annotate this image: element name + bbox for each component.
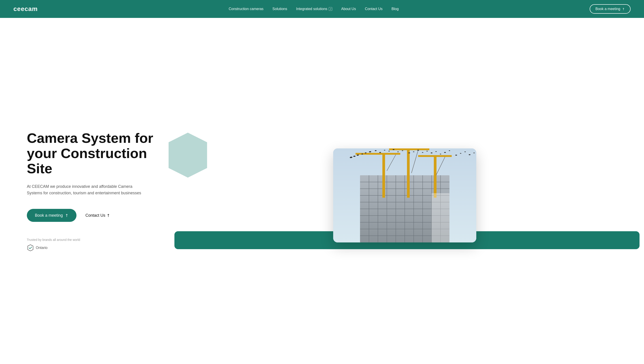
svg-point-41 bbox=[388, 151, 390, 151]
hero-section: Camera System for your Construction Site… bbox=[0, 18, 644, 364]
svg-marker-0 bbox=[28, 245, 33, 251]
nav-book-meeting-button[interactable]: Book a meeting ↗ bbox=[590, 4, 630, 14]
svg-rect-23 bbox=[382, 153, 385, 198]
hero-actions: Book a meeting ↗ Contact Us ↗ bbox=[27, 209, 161, 222]
hexagon-decoration bbox=[166, 130, 210, 180]
svg-rect-30 bbox=[418, 155, 452, 157]
trusted-label: Trusted by brands all around the world bbox=[27, 238, 161, 242]
svg-point-42 bbox=[393, 149, 394, 150]
svg-point-51 bbox=[435, 151, 437, 152]
svg-point-46 bbox=[413, 151, 414, 152]
arrow-icon-contact: ↗ bbox=[106, 213, 111, 218]
svg-point-58 bbox=[469, 154, 470, 155]
svg-rect-26 bbox=[407, 148, 410, 198]
nav-integrated-solutions[interactable]: Integrated solutions ↗ bbox=[296, 7, 332, 11]
nav-contact-us[interactable]: Contact Us bbox=[365, 7, 382, 11]
arrow-icon: ↗ bbox=[621, 7, 626, 11]
svg-point-53 bbox=[444, 152, 446, 153]
arrow-icon: ↗ bbox=[64, 213, 70, 218]
nav-blog[interactable]: Blog bbox=[392, 7, 399, 11]
nav-construction-cameras[interactable]: Construction cameras bbox=[229, 7, 264, 11]
svg-point-43 bbox=[397, 151, 399, 152]
svg-point-54 bbox=[449, 150, 450, 151]
svg-rect-60 bbox=[432, 193, 450, 242]
hero-content: Camera System for your Construction Site… bbox=[27, 130, 161, 251]
logo[interactable]: ceecam bbox=[14, 5, 38, 13]
nav-links: Construction cameras Solutions Integrate… bbox=[229, 7, 399, 11]
hero-book-meeting-button[interactable]: Book a meeting ↗ bbox=[27, 209, 76, 222]
trusted-section: Trusted by brands all around the world O… bbox=[27, 238, 161, 251]
svg-point-40 bbox=[384, 150, 385, 151]
construction-site-image bbox=[333, 148, 476, 242]
ontario-logo: Ontario bbox=[27, 244, 161, 251]
svg-point-48 bbox=[422, 152, 423, 153]
svg-rect-29 bbox=[434, 155, 436, 198]
svg-point-59 bbox=[474, 153, 475, 153]
svg-point-44 bbox=[402, 150, 403, 151]
svg-marker-1 bbox=[168, 133, 207, 178]
navbar: ceecam Construction cameras Solutions In… bbox=[0, 0, 644, 18]
svg-point-55 bbox=[455, 155, 457, 155]
nav-solutions[interactable]: Solutions bbox=[272, 7, 287, 11]
svg-point-57 bbox=[464, 151, 466, 152]
hero-title: Camera System for your Construction Site bbox=[27, 130, 161, 176]
svg-point-45 bbox=[408, 152, 410, 153]
hero-description: At CEECAM we produce innovative and affo… bbox=[27, 183, 143, 196]
svg-point-47 bbox=[417, 150, 419, 151]
svg-point-56 bbox=[460, 153, 461, 154]
svg-point-39 bbox=[379, 152, 381, 153]
hero-contact-link[interactable]: Contact Us ↗ bbox=[86, 213, 110, 218]
external-link-icon: ↗ bbox=[329, 7, 332, 11]
svg-point-49 bbox=[426, 151, 428, 151]
ontario-logo-icon bbox=[27, 244, 34, 251]
svg-rect-27 bbox=[389, 148, 429, 150]
nav-about-us[interactable]: About Us bbox=[341, 7, 356, 11]
svg-point-50 bbox=[431, 152, 432, 153]
hero-visual bbox=[161, 135, 630, 247]
svg-point-38 bbox=[375, 150, 376, 151]
svg-point-52 bbox=[440, 154, 441, 154]
